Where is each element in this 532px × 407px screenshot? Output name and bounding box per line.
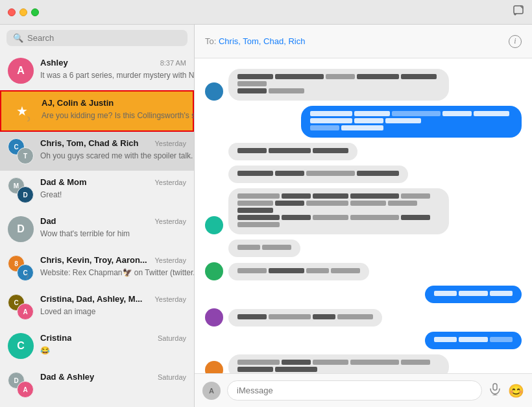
message-avatar [205,216,223,234]
conv-time: Yesterday [154,179,186,186]
conv-header: Cristina Saturday [40,333,186,343]
conv-name: Dad & Ashley [40,372,94,382]
conv-content: Dad & Mom Yesterday Great! [40,177,186,200]
message-avatar [205,361,223,373]
conv-preview: Loved an image [40,307,95,316]
message-bubble [228,143,357,160]
message-bubble [425,286,522,303]
message-avatar [205,308,223,327]
conv-header: AJ, Colin & Justin [42,98,185,108]
group-avatar: M D [8,177,34,203]
conv-header: Dad Yesterday [40,216,186,226]
conv-header: Dad & Ashley Saturday [40,372,186,382]
minimize-button[interactable] [19,8,27,16]
conv-content: Cristina, Dad, Ashley, M... Yesterday Lo… [40,294,186,317]
message-bubble [301,106,522,138]
conv-preview: It was a 6 part series, murder mystery w… [40,71,194,80]
moon-icon: ☽ [25,116,30,123]
conv-time: Yesterday [154,140,186,147]
conversation-item-ashley[interactable]: A Ashley 8:37 AM It was a 6 part series,… [0,51,194,90]
conv-content: Ashley 8:37 AM It was a 6 part series, m… [40,58,186,80]
conv-time: Yesterday [154,217,186,225]
message-bubble [228,166,408,183]
conversation-item-dad-mom[interactable]: M D Dad & Mom Yesterday Great! [0,171,194,210]
search-input[interactable] [27,33,181,43]
conversation-item-cristina[interactable]: C Cristina Saturday 😂 [0,327,194,365]
conv-preview: Oh you guys scared me with the spoiler t… [40,151,193,160]
avatar-2: A [17,303,34,320]
compose-icon[interactable] [513,5,524,19]
to-label: To: [205,36,216,46]
main-content: 🔍 A Ashley 8:37 AM It was a 6 part serie… [0,25,532,407]
message-row-9 [205,332,522,349]
conv-preview: Great! [40,190,62,199]
conv-time: 8:37 AM [160,59,186,67]
pinned-avatar: ★ [9,98,35,124]
chat-header: To: Chris, Tom, Chad, Rich i [195,25,532,58]
search-input-wrap[interactable]: 🔍 [6,30,187,46]
conv-header: Dad & Mom Yesterday [40,177,186,187]
chat-messages [195,58,532,373]
conv-name: Chris, Tom, Chad & Rich [40,138,138,148]
conversation-item-cristina-dad-ashley-m[interactable]: C A Cristina, Dad, Ashley, M... Yesterda… [0,288,194,327]
conv-time: Yesterday [154,256,186,264]
message-row-6 [205,262,522,280]
conv-header: Ashley 8:37 AM [40,58,186,68]
message-input[interactable] [227,380,482,401]
avatar-2: D [17,186,34,203]
titlebar [0,0,532,25]
conv-content: Dad Yesterday Wow that's terrible for hi… [40,216,186,239]
traffic-lights [8,8,39,16]
conv-time: Saturday [158,334,186,342]
avatar: C [8,333,34,359]
chat-input-area: A 😊 [195,373,532,407]
avatar-2: A [17,381,34,398]
conv-time: Yesterday [154,295,186,303]
chat-header-recipients: To: Chris, Tom, Chad, Rich [205,36,305,46]
group-avatar: C T [8,138,34,164]
conv-header: Cristina, Dad, Ashley, M... Yesterday [40,294,186,304]
conv-header: Chris, Kevin, Troy, Aaron... Yesterday [40,255,186,265]
message-avatar [205,82,223,101]
recipient-names: Chris, Tom, Chad, Rich [219,36,305,46]
search-bar: 🔍 [0,25,194,51]
conv-name: AJ, Colin & Justin [42,98,114,108]
conv-name: Dad [40,216,56,226]
group-avatar: C A [8,294,34,320]
message-row-1 [205,106,522,138]
conv-preview: Website: Rex Chapman🦅 on Twitter (twitte… [40,268,194,277]
audio-icon[interactable] [489,382,502,399]
sidebar: 🔍 A Ashley 8:37 AM It was a 6 part serie… [0,25,195,407]
maximize-button[interactable] [31,8,39,16]
close-button[interactable] [8,8,16,16]
conversation-item-dad[interactable]: D Dad Yesterday Wow that's terrible for … [0,210,194,249]
message-row-0 [205,69,522,101]
avatar-2: T [17,147,34,164]
moon-icon: ☽ [23,273,29,280]
conv-preview: 😂 [40,346,50,355]
message-bubble [228,263,369,280]
conv-name: Cristina [40,333,71,343]
message-row-10 [205,354,522,373]
message-row-8 [205,308,522,327]
conv-preview: Are you kidding me? Is this Collingswort… [42,111,194,120]
message-row-4 [205,188,522,234]
conv-time: Saturday [158,373,186,381]
conversation-item-aj-colin-justin[interactable]: ★ AJ, Colin & Justin Are you kidding me?… [0,90,194,132]
conversation-item-chris-kevin-troy-aaron[interactable]: 8 C Chris, Kevin, Troy, Aaron... Yesterd… [0,249,194,288]
conv-preview: Wow that's terrible for him [40,229,130,238]
group-avatar: 8 C [8,255,34,281]
conv-content: Chris, Tom, Chad & Rich Yesterday Oh you… [40,138,186,161]
emoji-icon[interactable]: 😊 [508,383,524,399]
info-icon[interactable]: i [509,35,522,48]
conv-name: Ashley [40,58,68,68]
conv-name: Cristina, Dad, Ashley, M... [40,294,142,304]
message-bubble [228,188,449,234]
conversation-item-chris-tom-chad-rich[interactable]: C T Chris, Tom, Chad & Rich Yesterday Oh… [0,132,194,171]
search-icon: 🔍 [13,33,23,43]
svg-rect-2 [493,384,497,390]
conversation-item-dad-ashley[interactable]: D A Dad & Ashley Saturday [0,365,194,404]
conv-content: Dad & Ashley Saturday [40,372,186,383]
chat-area: To: Chris, Tom, Chad, Rich i [195,25,532,407]
message-bubble [228,309,382,327]
